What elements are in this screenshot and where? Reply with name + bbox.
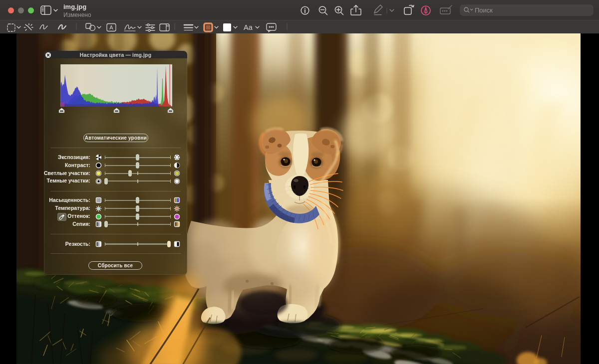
svg-text:A: A <box>109 24 113 30</box>
svg-text:Aa: Aa <box>244 23 253 31</box>
